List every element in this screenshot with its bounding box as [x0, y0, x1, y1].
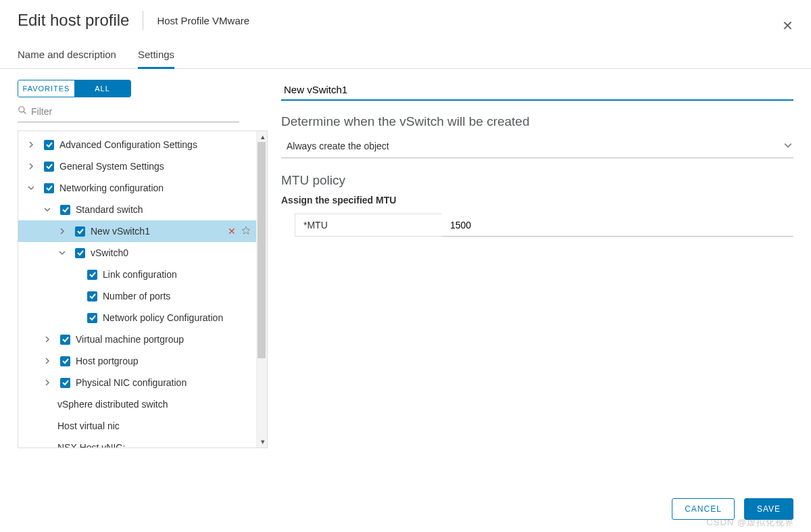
- tree-label: Networking configuration: [59, 183, 256, 193]
- tree-label: New vSwitch1: [91, 226, 228, 237]
- delete-icon[interactable]: ✕: [228, 226, 236, 237]
- svg-line-1: [24, 112, 26, 114]
- cancel-button[interactable]: CANCEL: [672, 498, 735, 520]
- tree-item-new-vswitch1[interactable]: New vSwitch1 ✕: [18, 220, 256, 242]
- tree-label: Host portgroup: [76, 356, 256, 366]
- filter-input[interactable]: [31, 106, 239, 117]
- svg-marker-2: [242, 226, 250, 234]
- scroll-down-icon[interactable]: ▾: [261, 437, 265, 446]
- mtu-field-label: *MTU: [295, 214, 442, 237]
- tree-item-vm-portgroup[interactable]: Virtual machine portgroup: [18, 329, 256, 350]
- tree-item-nsx-vnic[interactable]: NSX Host vNIC:: [18, 437, 256, 448]
- close-icon[interactable]: ✕: [782, 19, 793, 32]
- tree-item-standard-switch[interactable]: Standard switch: [18, 199, 256, 220]
- mtu-assign-label: Assign the specified MTU: [281, 195, 793, 205]
- checkbox[interactable]: [87, 270, 97, 280]
- tab-name-description[interactable]: Name and description: [18, 49, 116, 68]
- chevron-right-icon[interactable]: [43, 335, 52, 344]
- tab-settings[interactable]: Settings: [138, 49, 174, 69]
- search-icon: [18, 105, 27, 118]
- all-toggle[interactable]: ALL: [74, 80, 130, 97]
- tree-label: NSX Host vNIC:: [57, 442, 256, 448]
- tree-item-host-portgroup[interactable]: Host portgroup: [18, 350, 256, 372]
- chevron-down-icon: [784, 140, 792, 152]
- tree-label: vSwitch0: [91, 247, 256, 258]
- chevron-right-icon[interactable]: [26, 162, 36, 171]
- determine-label: Determine when the vSwitch will be creat…: [281, 114, 793, 129]
- determine-select[interactable]: Always create the object: [281, 136, 793, 158]
- chevron-right-icon[interactable]: [26, 140, 36, 149]
- checkbox[interactable]: [87, 313, 97, 323]
- checkbox[interactable]: [44, 162, 54, 172]
- view-toggle: FAVORITES ALL: [18, 80, 131, 97]
- header-divider: [143, 11, 143, 30]
- item-name-input[interactable]: [281, 80, 793, 99]
- tree-item-host-vnic[interactable]: Host virtual nic: [18, 415, 256, 437]
- tree-label: Virtual machine portgroup: [76, 334, 256, 345]
- tree-item-general[interactable]: General System Settings: [18, 155, 256, 177]
- checkbox[interactable]: [75, 226, 85, 237]
- tree-item-networking[interactable]: Networking configuration: [18, 177, 256, 199]
- tree-label: General System Settings: [59, 161, 256, 172]
- scrollbar[interactable]: ▴ ▾: [256, 131, 267, 448]
- chevron-right-icon[interactable]: [43, 378, 52, 387]
- mtu-policy-label: MTU policy: [281, 173, 793, 188]
- scroll-up-icon[interactable]: ▴: [261, 132, 265, 141]
- tree-item-physical-nic[interactable]: Physical NIC configuration: [18, 372, 256, 393]
- select-value: Always create the object: [287, 141, 389, 151]
- chevron-down-icon[interactable]: [26, 183, 36, 193]
- star-icon[interactable]: [241, 226, 251, 237]
- favorites-toggle[interactable]: FAVORITES: [18, 80, 74, 97]
- tree-item-network-policy[interactable]: Network policy Configuration: [18, 307, 256, 329]
- tree-view: Advanced Configuration Settings General …: [18, 131, 256, 448]
- checkbox[interactable]: [60, 378, 70, 388]
- tree-label: vSphere distributed switch: [57, 399, 256, 410]
- tree-item-link-config[interactable]: Link configuration: [18, 264, 256, 285]
- chevron-down-icon[interactable]: [43, 205, 52, 214]
- mtu-input[interactable]: [450, 220, 785, 231]
- tree-label: Host virtual nic: [57, 420, 256, 431]
- tree-item-vswitch0[interactable]: vSwitch0: [18, 242, 256, 264]
- tree-label: Standard switch: [76, 204, 256, 215]
- checkbox[interactable]: [44, 183, 54, 193]
- chevron-right-icon[interactable]: [43, 356, 52, 366]
- tree-item-vsphere-dist[interactable]: vSphere distributed switch: [18, 393, 256, 415]
- tree-label: Network policy Configuration: [103, 312, 256, 323]
- tree-item-advanced[interactable]: Advanced Configuration Settings: [18, 134, 256, 155]
- chevron-down-icon[interactable]: [57, 248, 67, 258]
- checkbox[interactable]: [60, 335, 70, 345]
- chevron-right-icon[interactable]: [57, 226, 67, 236]
- scrollbar-thumb[interactable]: [257, 142, 266, 358]
- profile-name: Host Profile VMware: [157, 15, 249, 26]
- checkbox[interactable]: [60, 205, 70, 215]
- tree-label: Physical NIC configuration: [76, 377, 256, 388]
- checkbox[interactable]: [75, 248, 85, 258]
- tree-label: Number of ports: [103, 291, 256, 301]
- checkbox[interactable]: [44, 140, 54, 150]
- dialog-title: Edit host profile: [18, 11, 129, 30]
- checkbox[interactable]: [60, 356, 70, 366]
- svg-point-0: [19, 107, 24, 112]
- tree-label: Advanced Configuration Settings: [59, 139, 256, 150]
- checkbox[interactable]: [87, 291, 97, 301]
- tree-item-number-ports[interactable]: Number of ports: [18, 285, 256, 307]
- tree-label: Link configuration: [103, 269, 256, 280]
- save-button[interactable]: SAVE: [744, 498, 793, 520]
